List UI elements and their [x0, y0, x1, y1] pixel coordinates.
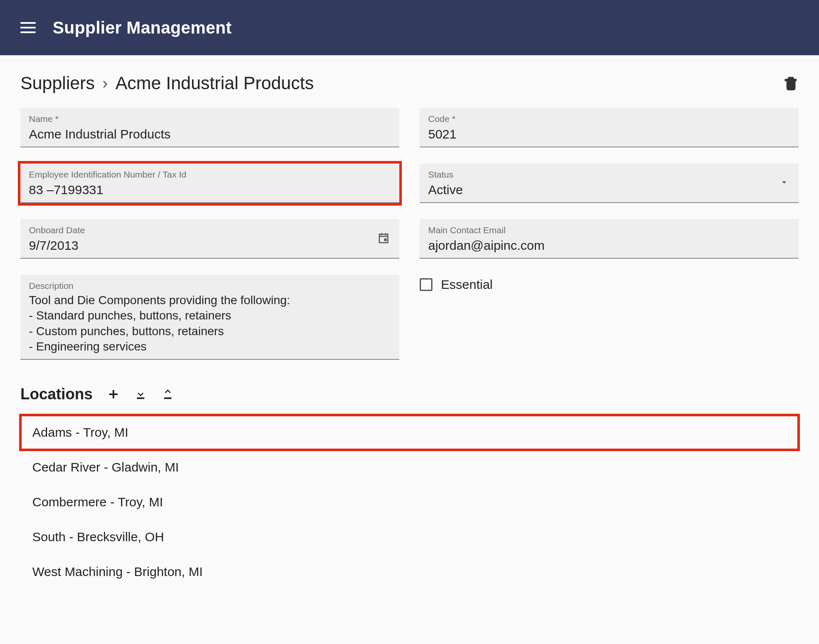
location-item[interactable]: Adams - Troy, MI: [20, 415, 799, 450]
ein-field[interactable]: Employee Identification Number / Tax Id …: [20, 164, 399, 203]
location-item[interactable]: South - Brecksville, OH: [20, 520, 799, 554]
status-value: Active: [428, 181, 790, 198]
status-field[interactable]: Status Active: [420, 164, 799, 203]
chevron-right-icon: ›: [102, 74, 108, 93]
code-field[interactable]: Code * 5021: [420, 108, 799, 147]
location-item[interactable]: Cedar River - Gladwin, MI: [20, 450, 799, 485]
onboard-date-value: 9/7/2013: [29, 237, 391, 254]
email-value: ajordan@aipinc.com: [428, 237, 790, 254]
essential-label: Essential: [441, 277, 493, 292]
delete-button[interactable]: [783, 74, 799, 92]
breadcrumb-root[interactable]: Suppliers: [20, 73, 95, 93]
locations-list: Adams - Troy, MI Cedar River - Gladwin, …: [20, 415, 799, 589]
add-location-button[interactable]: [107, 388, 120, 401]
description-field[interactable]: Description Tool and Die Components prov…: [20, 275, 399, 360]
ein-label: Employee Identification Number / Tax Id: [29, 169, 391, 180]
onboard-date-field[interactable]: Onboard Date 9/7/2013: [20, 219, 399, 259]
code-value: 5021: [428, 126, 790, 142]
upload-icon: [161, 388, 174, 401]
export-locations-button[interactable]: [161, 388, 174, 401]
description-label: Description: [29, 281, 391, 291]
trash-icon: [783, 74, 799, 92]
email-label: Main Contact Email: [428, 225, 790, 235]
ein-value: 83 –7199331: [29, 181, 391, 198]
dropdown-icon: [779, 177, 789, 189]
app-bar: Supplier Management: [0, 0, 819, 55]
download-icon: [134, 388, 147, 401]
description-value: Tool and Die Components providing the fo…: [29, 293, 391, 355]
breadcrumb-current: Acme Industrial Products: [116, 73, 314, 93]
location-item[interactable]: West Machining - Brighton, MI: [20, 554, 799, 589]
status-label: Status: [428, 169, 790, 180]
email-field[interactable]: Main Contact Email ajordan@aipinc.com: [420, 219, 799, 259]
plus-icon: [107, 388, 120, 401]
calendar-icon[interactable]: [377, 232, 390, 246]
essential-checkbox-row[interactable]: Essential: [420, 275, 799, 292]
breadcrumb: Suppliers › Acme Industrial Products: [20, 73, 314, 93]
import-locations-button[interactable]: [134, 388, 147, 401]
name-field[interactable]: Name * Acme Industrial Products: [20, 108, 399, 147]
hamburger-menu-button[interactable]: [20, 19, 37, 36]
name-value: Acme Industrial Products: [29, 126, 391, 142]
locations-section: Locations Adams - Troy, MI Cedar River -…: [20, 385, 799, 589]
code-label: Code *: [428, 114, 790, 124]
onboard-date-label: Onboard Date: [29, 225, 391, 235]
app-title: Supplier Management: [53, 18, 232, 37]
location-item[interactable]: Combermere - Troy, MI: [20, 485, 799, 520]
name-label: Name *: [29, 114, 391, 124]
essential-checkbox[interactable]: [420, 278, 432, 291]
locations-title: Locations: [20, 385, 93, 403]
svg-rect-0: [384, 238, 387, 241]
